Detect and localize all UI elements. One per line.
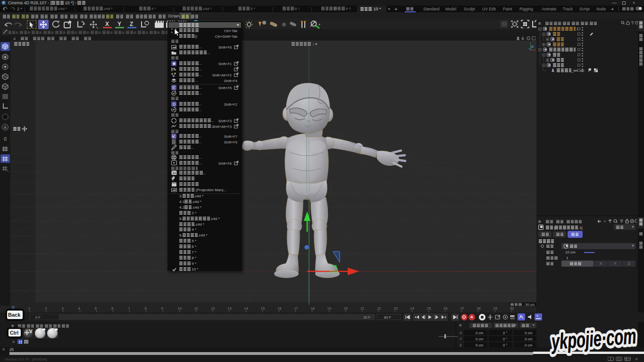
svg-text:A: A [4,125,7,130]
svg-text:Z: Z [532,45,533,48]
svg-text:ŭ: ŭ [4,136,7,142]
svg-text:Y: Y [530,42,532,45]
svg-text:ykpojie·com: ykpojie·com [550,323,637,354]
